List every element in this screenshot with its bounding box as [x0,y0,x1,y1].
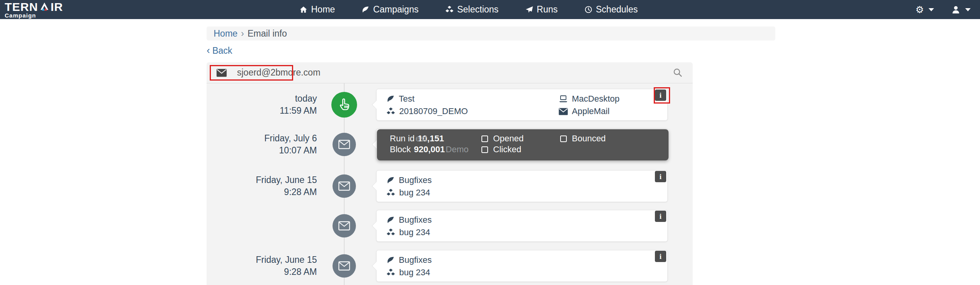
clicked-checkbox[interactable] [481,146,488,153]
date-line: Friday, June 15 [231,254,317,266]
timeline-card-bugfixes[interactable]: Bugfixes bug 234 i [376,210,668,242]
device-name: MacDesktop [572,94,619,104]
selection-name: 20180709_DEMO [399,106,468,116]
info-button[interactable]: i [655,171,666,182]
selection-row: 20180709_DEMO [386,106,468,116]
timeline-date: Friday, June 15 9:28 AM [231,254,317,278]
timeline-marker-email [333,133,356,156]
breadcrumb: Home›Email info [207,26,775,40]
nav-item-campaigns[interactable]: Campaigns [361,4,418,15]
leaf-icon [386,95,395,103]
campaign-name: Test [399,94,414,104]
campaign-row: Bugfixes [386,255,432,265]
timeline-marker-email [333,174,356,198]
timeline-date: today 11:59 AM [231,93,317,117]
timeline-marker-click [331,92,357,118]
card-arrow [372,182,381,191]
paper-plane-icon [525,5,533,14]
selection-name: bug 234 [399,227,430,238]
bounced-checkbox-row: Bounced [560,134,606,144]
date-line: today [231,93,317,105]
ghost-text: Demo [446,144,469,155]
envelope-open-icon [338,140,350,149]
time-line: 9:28 AM [231,266,317,278]
breadcrumb-separator: › [241,28,244,39]
leaf-icon [386,216,395,224]
nav-label: Selections [457,4,499,15]
top-navbar: TERN IR Campaign Home Campaigns Selectio… [0,0,980,19]
chevron-left-icon: ‹ [207,44,210,56]
info-button[interactable]: i [655,211,666,222]
selection-row: bug 234 [386,188,430,198]
cubes-icon [445,5,454,14]
date-line: Friday, July 6 [231,132,317,144]
search-icon[interactable] [673,68,683,77]
clicked-checkbox-row: Clicked [481,144,521,155]
nav-item-home[interactable]: Home [299,4,335,15]
campaign-name: Bugfixes [399,175,432,185]
logo-text-pre: TERN [5,1,38,13]
checkbox-label: Clicked [493,144,521,155]
cubes-icon [386,107,395,116]
nav-menu: Home Campaigns Selections Runs Schedules [299,0,638,19]
campaign-name: Bugfixes [399,215,432,225]
mail-client-name: AppleMail [572,106,610,116]
logo-wordmark: TERN IR [5,1,63,13]
nav-right-controls: ⚙ [915,0,971,19]
date-line: Friday, June 15 [231,174,317,186]
user-dropdown[interactable] [951,5,971,14]
opened-checkbox[interactable] [481,135,488,142]
gear-icon: ⚙ [915,5,924,14]
time-line: 9:28 AM [231,186,317,198]
campaign-row: Bugfixes [386,215,432,225]
timeline-card-test[interactable]: Test 20180709_DEMO MacDesktop AppleMail … [376,89,668,121]
laptop-icon [559,95,568,103]
ghost-text: est [416,134,427,144]
checkbox-label: Opened [493,134,524,144]
run-id-row: Run id est 10,151 [390,134,444,144]
nav-label: Schedules [596,4,638,15]
cubes-icon [386,228,395,237]
block-label: Block [390,144,411,155]
cubes-icon [386,188,395,197]
ternair-logo[interactable]: TERN IR Campaign [5,1,63,19]
breadcrumb-current: Email info [248,28,287,39]
back-button[interactable]: ‹Back [207,44,232,56]
timeline-date: Friday, June 15 9:28 AM [231,174,317,198]
selection-name: bug 234 [399,188,430,198]
leaf-icon [361,5,370,14]
nav-item-schedules[interactable]: Schedules [584,4,638,15]
timeline-marker-email [333,254,356,278]
campaign-name: Bugfixes [399,255,432,265]
block-row: Block 920,001 Demo [390,144,469,155]
nav-label: Home [311,4,335,15]
campaign-row: Test [386,94,414,104]
card-arrow [372,222,381,230]
nav-item-selections[interactable]: Selections [445,4,499,15]
selection-row: bug 234 [386,267,430,278]
timeline-card-bugfixes[interactable]: Bugfixes bug 234 i [376,250,668,282]
envelope-open-icon [338,181,350,191]
envelope-open-icon [338,261,350,271]
leaf-icon [386,176,395,185]
selection-row: bug 234 [386,227,430,238]
breadcrumb-home-link[interactable]: Home [214,28,237,39]
card-arrow [372,100,381,109]
campaign-row: Bugfixes [386,175,432,185]
opened-checkbox-row: Opened [481,134,524,144]
nav-item-runs[interactable]: Runs [525,4,558,15]
user-icon [951,5,961,14]
timeline-date: Friday, July 6 10:07 AM [231,132,317,157]
timeline-card-bugfixes[interactable]: Bugfixes bug 234 i [376,170,668,202]
email-search-bar: sjoerd@2bmore.com [207,62,693,83]
chevron-down-icon [965,8,971,11]
block-value: 920,001 [414,144,445,155]
info-button[interactable]: i [655,251,666,262]
email-info-panel: sjoerd@2bmore.com today 11:59 AM Test 20… [207,62,693,285]
run-id-label: Run id [390,134,415,144]
chevron-down-icon [929,8,934,11]
bounced-checkbox[interactable] [560,135,567,142]
home-icon [299,5,308,14]
settings-dropdown[interactable]: ⚙ [915,5,934,14]
card-arrow [372,262,381,271]
